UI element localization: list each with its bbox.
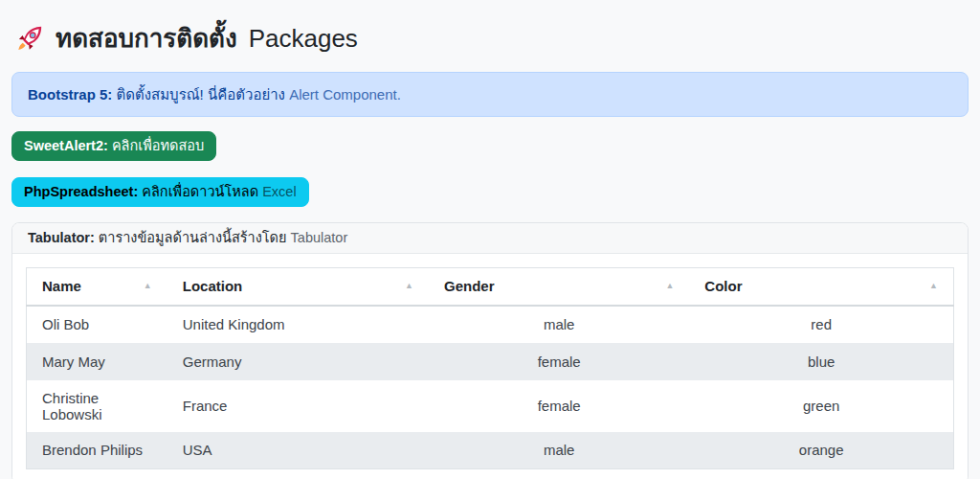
card-header-text: ตารางข้อมูลด้านล่างนี้สร้างโดย — [99, 230, 287, 245]
cell-name: Brendon Philips — [27, 432, 167, 469]
cell-color: green — [689, 380, 953, 432]
page-title-latin: Packages — [249, 21, 358, 56]
alert-component-text: Alert Component. — [289, 86, 401, 103]
page: ทดสอบการติดตั้ง Packages Bootstrap 5: ติ… — [0, 0, 980, 479]
cell-name: Christine Lobowski — [27, 380, 167, 432]
cell-location: United Kingdom — [167, 306, 429, 343]
tabulator-card-body: Name ▲ Location ▲ Gender — [12, 254, 968, 479]
sort-arrow-icon: ▲ — [929, 282, 938, 290]
cell-gender: male — [429, 432, 689, 469]
phpspreadsheet-button-excel: Excel — [262, 184, 296, 199]
tabulator-table: Name ▲ Location ▲ Gender — [26, 267, 954, 469]
card-header-bold: Tabulator: — [28, 230, 95, 245]
phpspreadsheet-button-bold: PhpSpreadsheet: — [24, 184, 138, 199]
sort-arrow-icon: ▲ — [405, 282, 413, 290]
column-header-gender[interactable]: Gender ▲ — [429, 268, 689, 306]
sweetalert2-row: SweetAlert2: คลิกเพื่อทดสอบ — [11, 131, 969, 177]
tabulator-card-header: Tabulator: ตารางข้อมูลด้านล่างนี้สร้างโด… — [12, 223, 968, 254]
column-header-name[interactable]: Name ▲ — [27, 268, 167, 306]
sort-arrow-icon: ▲ — [665, 282, 674, 290]
table-row: Oli Bob United Kingdom male red — [27, 306, 954, 343]
column-header-location[interactable]: Location ▲ — [167, 268, 429, 306]
column-label: Color — [704, 278, 742, 294]
phpspreadsheet-row: PhpSpreadsheet: คลิกเพื่อดาวน์โหลด Excel — [11, 177, 969, 222]
page-title-thai: ทดสอบการติดตั้ง — [56, 21, 237, 56]
bootstrap-alert: Bootstrap 5: ติดตั้งสมบูรณ์! นี่คือตัวอย… — [11, 72, 969, 117]
cell-color: red — [689, 306, 953, 343]
cell-gender: female — [429, 343, 689, 380]
cell-gender: male — [429, 306, 689, 343]
alert-bold-label: Bootstrap 5: — [28, 86, 112, 103]
sweetalert2-button-bold: SweetAlert2: — [24, 138, 108, 153]
sweetalert2-test-button[interactable]: SweetAlert2: คลิกเพื่อทดสอบ — [11, 131, 216, 161]
cell-name: Mary May — [27, 343, 167, 380]
cell-gender: female — [429, 380, 689, 432]
table-header-row: Name ▲ Location ▲ Gender — [27, 268, 954, 306]
table-row: Christine Lobowski France female green — [27, 380, 954, 432]
cell-location: USA — [167, 432, 429, 469]
cell-name: Oli Bob — [27, 306, 167, 343]
phpspreadsheet-download-button[interactable]: PhpSpreadsheet: คลิกเพื่อดาวน์โหลด Excel — [11, 177, 309, 207]
cell-location: France — [167, 380, 429, 432]
sort-arrow-icon: ▲ — [144, 282, 152, 290]
column-label: Name — [42, 278, 81, 294]
table-row: Mary May Germany female blue — [27, 343, 954, 380]
column-label: Location — [183, 278, 243, 294]
tabulator-card: Tabulator: ตารางข้อมูลด้านล่างนี้สร้างโด… — [11, 222, 969, 479]
cell-color: orange — [689, 432, 953, 469]
phpspreadsheet-button-label: คลิกเพื่อดาวน์โหลด — [142, 184, 258, 199]
alert-message: ติดตั้งสมบูรณ์! นี่คือตัวอย่าง — [117, 86, 285, 103]
rocket-icon — [15, 24, 44, 53]
sweetalert2-button-label: คลิกเพื่อทดสอบ — [112, 138, 204, 153]
card-header-latin: Tabulator — [291, 230, 348, 245]
column-header-color[interactable]: Color ▲ — [689, 268, 953, 306]
cell-location: Germany — [167, 343, 429, 380]
table-row: Brendon Philips USA male orange — [27, 432, 954, 469]
cell-color: blue — [689, 343, 953, 380]
page-title: ทดสอบการติดตั้ง Packages — [15, 21, 969, 56]
column-label: Gender — [444, 278, 495, 294]
